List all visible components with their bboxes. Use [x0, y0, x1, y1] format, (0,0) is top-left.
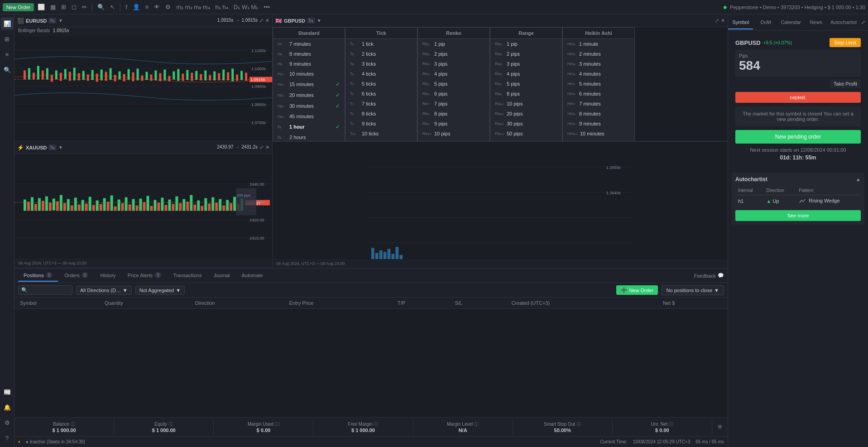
- gbpusd-timeframe[interactable]: h₁: [307, 18, 315, 24]
- 20min-item[interactable]: m₂₀20 minutes✓: [273, 90, 345, 101]
- facebook-icon[interactable]: f: [124, 3, 129, 11]
- hm10min-item[interactable]: Hm₁₀10 minutes: [563, 129, 634, 139]
- extra-icon[interactable]: D₁ W₁ M₁: [232, 3, 260, 11]
- ra2pips-item[interactable]: Ra₂2 pips: [490, 49, 562, 59]
- hm6min-item[interactable]: Hm₆6 minutes: [563, 89, 634, 99]
- xauusd-canvas[interactable]: 2430.97 2440.00 2430.00 2420.00 2410.00 …: [14, 154, 272, 268]
- re9pips-item[interactable]: Re₉9 pips: [418, 119, 489, 129]
- hm9min-item[interactable]: Hm₉9 minutes: [563, 119, 634, 129]
- sidebar-trade-icon[interactable]: ⊞: [1, 33, 14, 45]
- cursor-icon[interactable]: ↖: [108, 3, 117, 11]
- 9ticks-item[interactable]: T₉9 ticks: [345, 119, 417, 129]
- 2ticks-item[interactable]: T₂2 ticks: [345, 49, 417, 59]
- eurusd-arrow-down[interactable]: ▼: [58, 18, 63, 23]
- tab-automate[interactable]: Automate: [236, 270, 268, 282]
- positions-new-order-button[interactable]: ➕ New Order: [616, 285, 657, 295]
- chart-type-icon[interactable]: ⬜: [36, 3, 47, 11]
- ra30pips-item[interactable]: Ra₃₀30 pips: [490, 119, 562, 129]
- re2pips-item[interactable]: Re₂2 pips: [418, 49, 489, 59]
- ra20pips-item[interactable]: Ra₂₀20 pips: [490, 109, 562, 119]
- re8pips-item[interactable]: Re₈8 pips: [418, 109, 489, 119]
- 8min-item[interactable]: m₈8 minutes: [273, 49, 345, 59]
- layout-icon[interactable]: ▦: [48, 3, 58, 11]
- xauusd-close[interactable]: ✕: [265, 144, 269, 150]
- hm3min-item[interactable]: Hm₃3 minutes: [563, 59, 634, 69]
- see-more-button[interactable]: See more: [735, 210, 861, 221]
- sidebar-news-icon[interactable]: 📰: [1, 385, 14, 398]
- hm2min-item[interactable]: Hm₂2 minutes: [563, 49, 634, 59]
- gbpusd-close[interactable]: ✕: [721, 18, 725, 24]
- new-pending-button[interactable]: New pending order: [735, 130, 861, 144]
- 30min-item[interactable]: m₃₀30 minutes✓: [273, 101, 345, 111]
- xauusd-arrow[interactable]: ▼: [58, 145, 63, 150]
- 10min-item[interactable]: m₁₀10 minutes: [273, 69, 345, 79]
- 2hours-item[interactable]: h₂2 hours: [273, 132, 345, 141]
- 1hour-item[interactable]: h₁1 hour✓: [273, 121, 345, 132]
- ra4pips-item[interactable]: Ra₄4 pips: [490, 69, 562, 79]
- feedback-button[interactable]: Feedback 💬: [694, 273, 724, 279]
- re3pips-item[interactable]: Re₃3 pips: [418, 59, 489, 69]
- hm5min-item[interactable]: Hm₅5 minutes: [563, 79, 634, 89]
- stats-settings-icon[interactable]: ⚙: [712, 424, 728, 430]
- grid-icon[interactable]: ⊞: [59, 3, 68, 11]
- re6pips-item[interactable]: Re₆6 pips: [418, 89, 489, 99]
- 45min-item[interactable]: m₄₅45 minutes: [273, 111, 345, 121]
- 7min-item[interactable]: m₇7 minutes: [273, 39, 345, 49]
- right-tab-news[interactable]: News: [803, 16, 828, 29]
- xauusd-timeframe[interactable]: h₁: [48, 144, 57, 150]
- 15min-item[interactable]: m₁₅15 minutes✓: [273, 79, 345, 90]
- tab-price-alerts[interactable]: Price Alerts 0: [122, 269, 167, 282]
- re1pip-item[interactable]: Re₁1 pip: [418, 39, 489, 49]
- dots-icon[interactable]: •••: [262, 3, 272, 11]
- search-box[interactable]: 🔍: [18, 285, 72, 295]
- eurusd-timeframe[interactable]: h₁: [48, 18, 57, 24]
- re4pips-item[interactable]: Re₄4 pips: [418, 69, 489, 79]
- more-icon[interactable]: m₁ m₂ m₃ m₄: [174, 3, 211, 11]
- tab-history[interactable]: History: [95, 270, 121, 282]
- 10ticks-item[interactable]: T₁₀10 ticks: [345, 129, 417, 139]
- square-icon[interactable]: ◻: [70, 3, 78, 11]
- stop-limit-button[interactable]: Stop Limit: [830, 38, 861, 47]
- ra10pips-item[interactable]: Ra₁₀10 pips: [490, 99, 562, 109]
- 6ticks-item[interactable]: T₆6 ticks: [345, 89, 417, 99]
- hm7min-item[interactable]: Hm₇7 minutes: [563, 99, 634, 109]
- ra1pip-item[interactable]: Ra₁1 pip: [490, 39, 562, 49]
- 1tick-item[interactable]: T₁1 tick: [345, 39, 417, 49]
- no-positions-button[interactable]: No positions to close ▼: [662, 285, 724, 295]
- ra3pips-item[interactable]: Ra₃3 pips: [490, 59, 562, 69]
- 3ticks-item[interactable]: T₃3 ticks: [345, 59, 417, 69]
- 8ticks-item[interactable]: T₈8 ticks: [345, 109, 417, 119]
- aggregation-filter[interactable]: Not Aggregated ▼: [135, 286, 185, 295]
- autochartist-collapse[interactable]: ▲: [856, 177, 861, 182]
- sidebar-alerts-icon[interactable]: 🔔: [1, 401, 14, 413]
- 5ticks-item[interactable]: T₅5 ticks: [345, 79, 417, 89]
- right-tab-dom[interactable]: DoM: [753, 16, 778, 29]
- right-tab-autochartist[interactable]: Autochartist: [829, 16, 858, 29]
- eurusd-maximize[interactable]: ⤢: [259, 18, 264, 24]
- re10pips-item[interactable]: Re₁₀10 pips: [418, 129, 489, 139]
- sidebar-watchlist-icon[interactable]: ≡: [1, 48, 14, 61]
- tab-journal[interactable]: Journal: [208, 270, 235, 282]
- timeframe-icon[interactable]: h₁ h₄: [214, 3, 230, 11]
- eurusd-close[interactable]: ✕: [265, 18, 269, 24]
- eye-icon[interactable]: 👁: [152, 3, 162, 11]
- tab-orders[interactable]: Orders 0: [59, 269, 94, 282]
- search-icon[interactable]: 🔍: [96, 3, 106, 11]
- 7ticks-item[interactable]: T₇7 ticks: [345, 99, 417, 109]
- ra50pips-item[interactable]: Ra₅₀50 pips: [490, 129, 562, 139]
- 9min-item[interactable]: m₉9 minutes: [273, 59, 345, 69]
- re7pips-item[interactable]: Re₇7 pips: [418, 99, 489, 109]
- tab-positions[interactable]: Positions 0: [18, 269, 58, 282]
- gbpusd-maximize[interactable]: ⤢: [715, 18, 719, 24]
- eurusd-canvas[interactable]: 1.09156 1.1100s 1.1000s 1.0900s 1.0800s …: [14, 27, 272, 141]
- hm8min-item[interactable]: Hm₈8 minutes: [563, 109, 634, 119]
- direction-filter[interactable]: All Directions (D… ▼: [76, 286, 132, 295]
- tab-transactions[interactable]: Transactions: [168, 270, 207, 282]
- pencil-icon[interactable]: ✏: [80, 3, 89, 11]
- gbpusd-arrow[interactable]: ▼: [317, 18, 321, 23]
- hm1min-item[interactable]: Hm₁1 minute: [563, 39, 634, 49]
- xauusd-maximize[interactable]: ⤢: [259, 144, 264, 150]
- sidebar-chart-icon[interactable]: 📊: [1, 17, 14, 30]
- sidebar-search2-icon[interactable]: 🔍: [1, 63, 14, 76]
- right-tab-symbol[interactable]: Symbol: [728, 16, 753, 29]
